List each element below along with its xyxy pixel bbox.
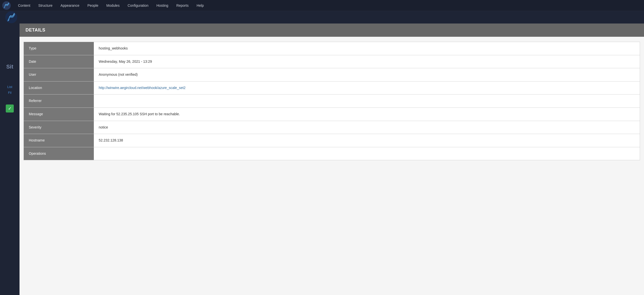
details-label-8: Operations <box>24 147 94 160</box>
table-row: UserAnonymous (not verified) <box>24 68 640 82</box>
main-content: DETAILS Typehosting_webhooksDateWednesda… <box>20 24 644 295</box>
sub-logo <box>5 11 18 24</box>
details-value-8 <box>94 147 640 160</box>
details-label-0: Type <box>24 42 94 55</box>
nav-item-hosting[interactable]: Hosting <box>152 2 172 9</box>
location-link[interactable]: http://winwire.aegircloud.net/webhook/az… <box>99 86 186 90</box>
sidebar-bottom: ✓ <box>6 104 14 112</box>
details-label-1: Date <box>24 55 94 68</box>
sidebar-list-link[interactable]: List <box>7 85 12 89</box>
sub-header <box>0 11 644 24</box>
nav-menu: ContentStructureAppearancePeopleModulesC… <box>14 2 208 9</box>
table-row: Locationhttp://winwire.aegircloud.net/we… <box>24 81 640 94</box>
table-row: Severitynotice <box>24 121 640 134</box>
sidebar: Sit List Fil ✓ <box>0 24 20 295</box>
nav-item-people[interactable]: People <box>83 2 102 9</box>
nav-item-appearance[interactable]: Appearance <box>57 2 84 9</box>
nav-item-structure[interactable]: Structure <box>34 2 57 9</box>
details-value-0: hosting_webhooks <box>94 42 640 55</box>
table-row: DateWednesday, May 26, 2021 - 13:29 <box>24 55 640 68</box>
check-icon: ✓ <box>8 106 12 111</box>
details-table: Typehosting_webhooksDateWednesday, May 2… <box>24 42 640 160</box>
details-value-1: Wednesday, May 26, 2021 - 13:29 <box>94 55 640 68</box>
status-badge: ✓ <box>6 104 14 112</box>
top-navigation: ContentStructureAppearancePeopleModulesC… <box>0 0 644 11</box>
details-value-3[interactable]: http://winwire.aegircloud.net/webhook/az… <box>94 81 640 94</box>
nav-item-help[interactable]: Help <box>193 2 208 9</box>
details-label-3: Location <box>24 81 94 94</box>
details-label-5: Message <box>24 108 94 121</box>
site-logo[interactable] <box>2 1 11 10</box>
page-area: Sit List Fil ✓ DETAILS Typehosting_webho… <box>0 24 644 295</box>
table-row: Referrer <box>24 94 640 108</box>
details-label-7: Hostname <box>24 134 94 147</box>
details-value-4 <box>94 94 640 108</box>
details-label-6: Severity <box>24 121 94 134</box>
nav-item-reports[interactable]: Reports <box>172 2 193 9</box>
details-value-5: Waiting for 52.235.25.105 SSH port to be… <box>94 108 640 121</box>
details-title: DETAILS <box>20 24 644 37</box>
sidebar-site-text: Sit <box>6 64 13 70</box>
details-value-7: 52.232.128.138 <box>94 134 640 147</box>
details-label-4: Referrer <box>24 94 94 108</box>
details-label-2: User <box>24 68 94 82</box>
table-row: MessageWaiting for 52.235.25.105 SSH por… <box>24 108 640 121</box>
details-value-2: Anonymous (not verified) <box>94 68 640 82</box>
nav-item-content[interactable]: Content <box>14 2 34 9</box>
nav-item-configuration[interactable]: Configuration <box>124 2 152 9</box>
nav-item-modules[interactable]: Modules <box>102 2 124 9</box>
table-row: Hostname52.232.128.138 <box>24 134 640 147</box>
table-row: Typehosting_webhooks <box>24 42 640 55</box>
sidebar-filter-link[interactable]: Fil <box>8 91 12 94</box>
table-row: Operations <box>24 147 640 160</box>
details-value-6: notice <box>94 121 640 134</box>
details-panel: DETAILS Typehosting_webhooksDateWednesda… <box>20 24 644 295</box>
